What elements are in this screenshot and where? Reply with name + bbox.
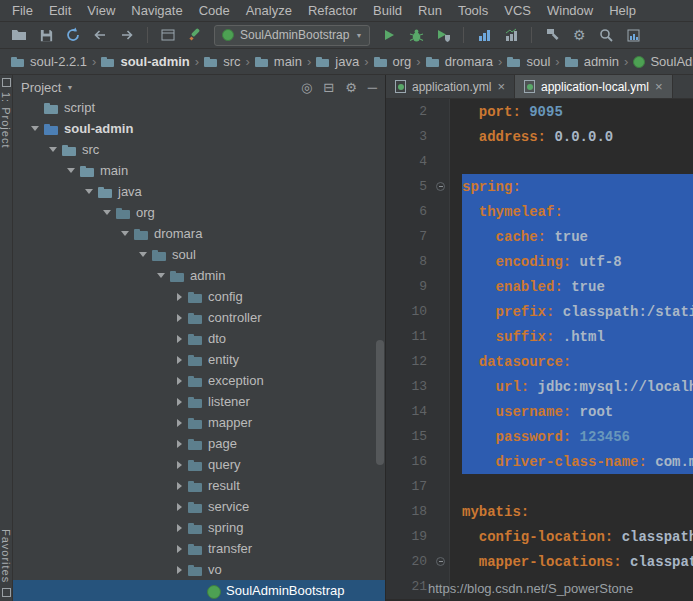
code-text[interactable] (450, 574, 693, 599)
tree-item[interactable]: main (13, 160, 385, 181)
breadcrumb-item[interactable]: admin (562, 52, 622, 71)
forward-icon[interactable] (115, 24, 139, 46)
chevron-right-icon[interactable] (171, 545, 187, 553)
toolwindow-icon[interactable] (2, 78, 11, 87)
chevron-right-icon[interactable] (171, 503, 187, 511)
settings-gear-icon[interactable]: ⚙ (567, 24, 591, 46)
code-text[interactable]: port:9095 (450, 99, 693, 124)
fold-marker-icon[interactable] (436, 557, 445, 566)
code-text-selected[interactable]: encoding:utf-8 (450, 249, 693, 274)
code-text-selected[interactable]: driver-class-name:com.mysql (450, 449, 693, 474)
menu-navigate[interactable]: Navigate (123, 1, 190, 20)
menu-edit[interactable]: Edit (41, 1, 79, 20)
layout-icon[interactable] (156, 24, 180, 46)
debug-icon[interactable] (404, 24, 428, 46)
coverage-icon[interactable] (431, 24, 455, 46)
code-text-selected[interactable]: cache:true (450, 224, 693, 249)
code-text-selected[interactable]: username:root (450, 399, 693, 424)
tree-item-selected[interactable]: SoulAdminBootstrap (13, 580, 385, 601)
menu-file[interactable]: File (4, 1, 41, 20)
tree-item[interactable]: exception (13, 370, 385, 391)
run-icon[interactable] (377, 24, 401, 46)
menu-vcs[interactable]: VCS (496, 1, 539, 20)
collapse-all-icon[interactable]: ⊟ (323, 81, 334, 94)
chevron-right-icon[interactable] (171, 566, 187, 574)
tree-item[interactable]: page (13, 433, 385, 454)
chevron-right-icon[interactable] (171, 482, 187, 490)
tree-item[interactable]: script (13, 99, 385, 118)
tree-item[interactable]: soul (13, 244, 385, 265)
code-text-selected[interactable]: url:jdbc:mysql://localho (450, 374, 693, 399)
chevron-right-icon[interactable] (171, 419, 187, 427)
locate-icon[interactable]: ◎ (301, 81, 312, 94)
chevron-down-icon[interactable] (81, 189, 97, 194)
code-text-selected[interactable]: spring: (450, 174, 693, 199)
menu-run[interactable]: Run (410, 1, 450, 20)
breadcrumb-item[interactable]: SoulAdm (630, 52, 693, 71)
hide-panel-icon[interactable]: ─ (368, 81, 377, 94)
chevron-down-icon[interactable] (27, 126, 43, 131)
chevron-down-icon[interactable] (153, 273, 169, 278)
menu-code[interactable]: Code (191, 1, 238, 20)
tree-item[interactable]: soul-admin (13, 118, 385, 139)
back-icon[interactable] (88, 24, 112, 46)
tree-item[interactable]: entity (13, 349, 385, 370)
code-text[interactable]: mapper-locations:classpath: (450, 549, 693, 574)
chevron-right-icon[interactable] (171, 461, 187, 469)
tree-item[interactable]: vo (13, 559, 385, 580)
tree-item[interactable]: spring (13, 517, 385, 538)
chevron-down-icon[interactable]: ▼ (66, 84, 73, 91)
tree-item[interactable]: listener (13, 391, 385, 412)
breadcrumb-item[interactable]: soul-2.2.1 (8, 52, 90, 71)
run-config-select[interactable]: SoulAdminBootstrap ▼ (214, 25, 370, 46)
code-text-selected[interactable]: suffix:.html (450, 324, 693, 349)
fold-marker-icon[interactable] (436, 182, 445, 191)
tree-item[interactable]: dto (13, 328, 385, 349)
chevron-right-icon[interactable] (171, 398, 187, 406)
breadcrumb-item[interactable]: soul-admin (98, 52, 192, 71)
breadcrumb-item[interactable]: main (252, 52, 305, 71)
gear-icon[interactable]: ⚙ (345, 81, 357, 94)
menu-help[interactable]: Help (601, 1, 644, 20)
close-icon[interactable]: × (655, 80, 663, 93)
code-text[interactable] (450, 149, 693, 174)
code-editor[interactable]: 2 port:9095 3 address:0.0.0.0 4 5spring:… (386, 99, 693, 601)
search-icon[interactable] (594, 24, 618, 46)
sync-icon[interactable] (61, 24, 85, 46)
tree-item[interactable]: src (13, 139, 385, 160)
tree-item[interactable]: result (13, 475, 385, 496)
code-text[interactable]: address:0.0.0.0 (450, 124, 693, 149)
menu-analyze[interactable]: Analyze (238, 1, 300, 20)
memory-chart-icon[interactable] (621, 24, 645, 46)
tab-application-yml[interactable]: application.yml × (386, 75, 515, 98)
chevron-right-icon[interactable] (171, 356, 187, 364)
profiler-icon[interactable] (472, 24, 496, 46)
code-text[interactable] (450, 474, 693, 499)
code-text-selected[interactable]: datasource: (450, 349, 693, 374)
menu-refactor[interactable]: Refactor (300, 1, 365, 20)
toolwindow-project-button[interactable]: 1: Project (0, 92, 12, 148)
tree-item[interactable]: transfer (13, 538, 385, 559)
chevron-right-icon[interactable] (171, 314, 187, 322)
open-icon[interactable] (7, 24, 31, 46)
chevron-down-icon[interactable] (45, 147, 61, 152)
chevron-down-icon[interactable] (135, 252, 151, 257)
menu-tools[interactable]: Tools (450, 1, 496, 20)
tree-item[interactable]: controller (13, 307, 385, 328)
chevron-right-icon[interactable] (171, 335, 187, 343)
tree-item[interactable]: java (13, 181, 385, 202)
chevron-right-icon[interactable] (171, 524, 187, 532)
tree-item[interactable]: config (13, 286, 385, 307)
tab-application-local-yml[interactable]: application-local.yml × (515, 75, 673, 98)
build-hammer-icon[interactable] (540, 24, 564, 46)
breadcrumb-item[interactable]: soul (504, 52, 553, 71)
breadcrumb-item[interactable]: src (201, 52, 243, 71)
code-text[interactable]: config-location:classpath: (450, 524, 693, 549)
save-icon[interactable] (34, 24, 58, 46)
tree-item[interactable]: query (13, 454, 385, 475)
code-text-selected[interactable]: prefix:classpath:/static (450, 299, 693, 324)
chevron-down-icon[interactable] (63, 168, 79, 173)
code-text-selected[interactable]: password:123456 (450, 424, 693, 449)
breadcrumb-item[interactable]: dromara (423, 52, 496, 71)
toolwindow-icon[interactable] (2, 588, 11, 597)
